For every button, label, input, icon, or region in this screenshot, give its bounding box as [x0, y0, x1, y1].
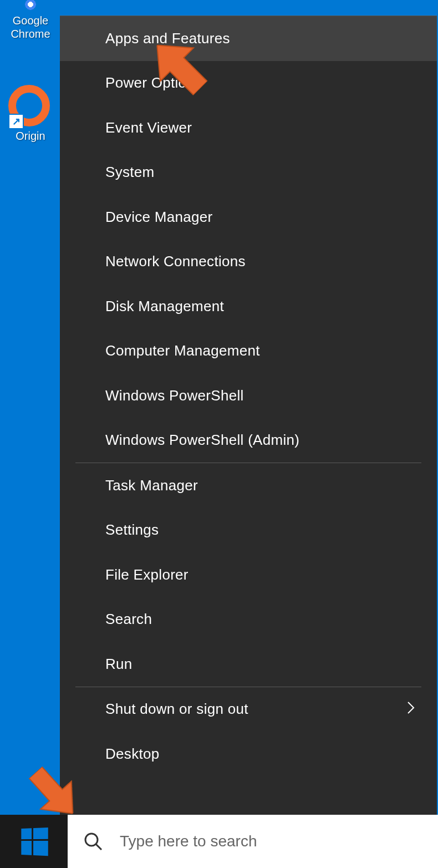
- menu-item-label: System: [105, 164, 154, 181]
- desktop-icon-chrome[interactable]: Google Chrome: [6, 0, 55, 40]
- search-placeholder: Type here to search: [120, 833, 257, 850]
- search-icon: [83, 831, 103, 851]
- menu-item-label: Network Connections: [105, 253, 246, 270]
- menu-item-label: Windows PowerShell: [105, 387, 244, 404]
- origin-icon: [8, 85, 53, 129]
- menu-item-shut-down-or-sign-out[interactable]: Shut down or sign out: [60, 687, 437, 732]
- menu-item-computer-management[interactable]: Computer Management: [60, 329, 437, 374]
- shortcut-overlay-icon: [8, 114, 24, 129]
- windows-logo-icon: [21, 828, 47, 855]
- svg-point-0: [85, 834, 98, 846]
- menu-item-disk-management[interactable]: Disk Management: [60, 284, 437, 329]
- menu-item-search[interactable]: Search: [60, 597, 437, 642]
- menu-item-apps-and-features[interactable]: Apps and Features: [60, 16, 437, 61]
- menu-item-label: File Explorer: [105, 566, 189, 583]
- desktop-icon-label: Origin: [16, 129, 45, 143]
- menu-item-file-explorer[interactable]: File Explorer: [60, 552, 437, 597]
- chevron-right-icon: [407, 701, 415, 718]
- taskbar-search-box[interactable]: Type here to search: [68, 815, 438, 868]
- menu-item-label: Task Manager: [105, 477, 198, 494]
- menu-item-run[interactable]: Run: [60, 642, 437, 687]
- menu-item-power-options[interactable]: Power Options: [60, 61, 437, 106]
- menu-item-label: Device Manager: [105, 209, 213, 226]
- menu-item-desktop[interactable]: Desktop: [60, 732, 437, 776]
- menu-item-device-manager[interactable]: Device Manager: [60, 195, 437, 240]
- menu-item-label: Power Options: [105, 74, 202, 92]
- menu-item-label: Desktop: [105, 745, 159, 763]
- desktop-icon-label: Google Chrome: [6, 14, 55, 40]
- chrome-icon: [14, 0, 47, 11]
- desktop-icon-origin[interactable]: Origin: [6, 85, 55, 143]
- menu-item-label: Computer Management: [105, 342, 260, 359]
- menu-item-windows-powershell[interactable]: Windows PowerShell: [60, 373, 437, 418]
- menu-item-label: Disk Management: [105, 298, 224, 315]
- menu-item-system[interactable]: System: [60, 150, 437, 195]
- menu-item-label: Apps and Features: [105, 30, 230, 47]
- menu-item-event-viewer[interactable]: Event Viewer: [60, 105, 437, 150]
- menu-item-network-connections[interactable]: Network Connections: [60, 240, 437, 285]
- svg-line-1: [96, 844, 101, 850]
- menu-item-label: Windows PowerShell (Admin): [105, 432, 299, 449]
- winx-context-menu: Apps and Features Power Options Event Vi…: [60, 16, 437, 815]
- menu-item-label: Search: [105, 611, 152, 628]
- taskbar: Type here to search: [0, 815, 438, 868]
- menu-item-task-manager[interactable]: Task Manager: [60, 463, 437, 508]
- desktop-background: Google Chrome Origin: [0, 0, 61, 815]
- menu-item-label: Run: [105, 656, 133, 673]
- menu-item-label: Event Viewer: [105, 119, 192, 136]
- menu-item-settings[interactable]: Settings: [60, 508, 437, 553]
- start-button[interactable]: [0, 815, 68, 868]
- menu-item-windows-powershell-admin[interactable]: Windows PowerShell (Admin): [60, 418, 437, 463]
- menu-item-label: Settings: [105, 521, 159, 539]
- menu-item-label: Shut down or sign out: [105, 701, 248, 718]
